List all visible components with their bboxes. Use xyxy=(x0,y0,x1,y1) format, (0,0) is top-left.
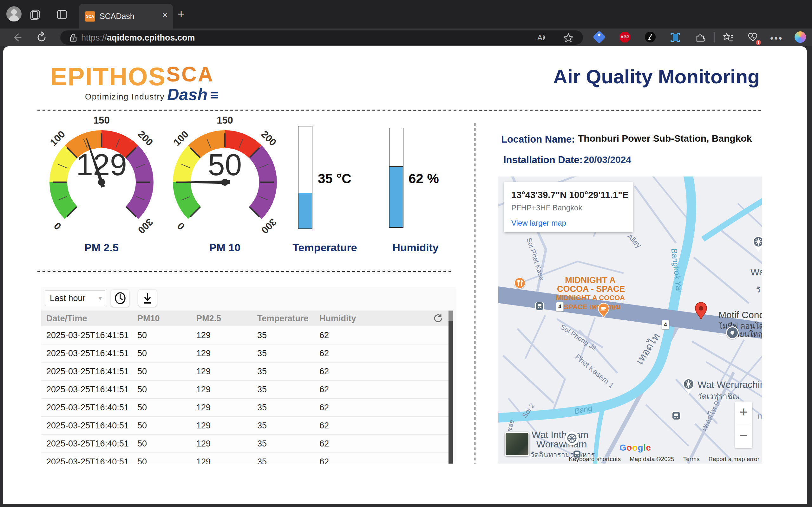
workspaces-icon[interactable] xyxy=(29,9,41,22)
table-cell: 2025-03-25T16:41:51 xyxy=(46,381,137,399)
tab-actions-icon[interactable] xyxy=(56,9,68,22)
map-info-card: 13°43'39.7"N 100°29'11.1"E PFHP+3HF Bang… xyxy=(504,182,633,232)
table-cell: 35 xyxy=(257,399,319,417)
table-cell: 129 xyxy=(196,399,257,417)
table-cell: 62 xyxy=(319,399,449,417)
browser-essentials-icon[interactable]: ! xyxy=(747,32,759,44)
label-pm25: PM 2.5 xyxy=(62,241,141,254)
scrollbar-cap xyxy=(449,311,453,321)
table-cell: 35 xyxy=(257,453,319,464)
close-tab-icon[interactable]: ✕ xyxy=(162,11,168,20)
back-icon[interactable] xyxy=(11,32,23,43)
zoom-out-icon[interactable]: − xyxy=(735,428,752,443)
restaurant-poi-icon[interactable] xyxy=(514,277,525,289)
scrollbar-thumb[interactable] xyxy=(449,321,453,464)
google-logo-letter: o xyxy=(626,443,632,452)
settings-ellipsis-icon[interactable]: ••• xyxy=(770,33,783,44)
table-cell: 129 xyxy=(196,326,257,344)
bus-station-icon-2[interactable] xyxy=(671,411,681,422)
table-cell: 35 xyxy=(257,326,319,344)
report-map-error-link[interactable]: Report a map error xyxy=(708,456,759,463)
table-cell: 50 xyxy=(137,417,196,435)
keyboard-shortcuts-link[interactable]: Keyboard shortcuts xyxy=(569,456,621,463)
new-tab-icon[interactable]: + xyxy=(177,7,185,21)
label-temperature: Temperature xyxy=(285,241,364,254)
top-divider xyxy=(38,110,761,111)
bus-station-icon[interactable] xyxy=(535,301,544,312)
collections-icon[interactable] xyxy=(722,32,734,44)
url-host: aqidemo.epithos.com xyxy=(107,33,195,43)
zoom-in-icon[interactable]: + xyxy=(735,404,752,420)
pen-extension-icon[interactable] xyxy=(645,32,656,43)
table-row: 2025-03-25T16:40:51501293562 xyxy=(41,399,449,417)
web-capture-icon[interactable] xyxy=(670,32,681,43)
clock-button[interactable] xyxy=(111,290,130,307)
refresh-icon[interactable] xyxy=(36,32,48,43)
epithos-logo: EPITHOS xyxy=(50,62,166,91)
table-cell: 50 xyxy=(137,399,196,417)
download-icon xyxy=(138,290,157,307)
table-cell: 2025-03-25T16:41:51 xyxy=(46,362,137,381)
table-scrollbar[interactable] xyxy=(449,311,453,464)
map-plus-code: PFHP+3HF Bangkok xyxy=(511,204,633,212)
table-row: 2025-03-25T16:40:51501293562 xyxy=(41,435,449,453)
time-range-select[interactable]: Last hour ▾ xyxy=(45,290,105,306)
table-cell: 2025-03-25T16:40:51 xyxy=(46,453,137,464)
table-cell: 129 xyxy=(196,344,257,362)
google-logo-letter: o xyxy=(632,443,638,452)
red-location-marker[interactable] xyxy=(694,302,708,322)
read-aloud-icon[interactable]: A xyxy=(536,32,547,45)
table-cell: 35 xyxy=(257,417,319,435)
map-label-cocoa-4: - SPACE เพชรเกษม xyxy=(556,301,624,313)
extensions-puzzle-icon[interactable] xyxy=(695,32,706,44)
table-cell: 129 xyxy=(196,453,257,464)
col-humidity: Humidity xyxy=(319,311,449,326)
table-refresh-icon[interactable] xyxy=(432,313,444,326)
map-label-intharam-2: Worawiharn xyxy=(537,439,587,450)
map-label-wat-thai-partial: วั xyxy=(756,284,760,296)
satellite-view-thumbnail[interactable] xyxy=(505,432,529,456)
person-icon xyxy=(6,6,21,21)
humidity-bar-fill xyxy=(390,166,403,227)
clock-icon xyxy=(111,290,130,307)
google-logo[interactable]: Google xyxy=(619,443,651,453)
svg-text:300: 300 xyxy=(136,216,155,236)
google-map[interactable]: MIDNIGHT A COCOA - SPACE MIDNIGHT A COCO… xyxy=(498,176,762,464)
map-label-cocoa-2: COCOA - SPACE xyxy=(557,284,623,294)
profile-avatar[interactable] xyxy=(6,6,21,21)
download-button[interactable] xyxy=(138,290,157,307)
tab-scadash[interactable]: SCA SCADash ✕ xyxy=(79,4,173,29)
table-cell: 50 xyxy=(137,326,196,344)
toolbar-divider xyxy=(714,32,715,43)
favorite-star-icon[interactable] xyxy=(563,32,574,45)
route-shield-4: 4 xyxy=(556,302,564,312)
table-row: 2025-03-25T16:41:51501293562 xyxy=(41,326,449,344)
copilot-icon[interactable] xyxy=(795,32,806,43)
temple-circle-intharam[interactable] xyxy=(565,431,579,445)
address-bar[interactable]: https://aqidemo.epithos.com A xyxy=(60,31,583,45)
svg-text:129: 129 xyxy=(76,148,127,181)
table-cell: 2025-03-25T16:40:51 xyxy=(46,417,137,435)
table-cell: 62 xyxy=(319,417,449,435)
cafe-poi-icon[interactable] xyxy=(597,302,610,320)
col-temperature: Temperature xyxy=(257,311,319,326)
shopping-tag-icon[interactable] xyxy=(595,32,606,44)
table-row: 2025-03-25T16:40:51501293562 xyxy=(41,417,449,435)
temple-pin-right-edge[interactable] xyxy=(751,235,762,254)
sca-dash-logo: Dash≡ xyxy=(167,85,218,104)
temple-pin-werurachin[interactable] xyxy=(681,378,696,396)
view-larger-map-link[interactable]: View larger map xyxy=(511,219,633,228)
temperature-value: 35 °C xyxy=(318,171,351,186)
time-range-value: Last hour xyxy=(50,293,86,303)
svg-text:100: 100 xyxy=(171,129,191,148)
col-pm25: PM2.5 xyxy=(196,311,257,326)
table-cell: 62 xyxy=(319,362,449,381)
svg-text:200: 200 xyxy=(136,129,155,148)
table-cell: 129 xyxy=(196,381,257,399)
station-circle-icon[interactable] xyxy=(726,326,739,339)
browser-window: SCA SCADash ✕ + https://aqidemo.epithos.… xyxy=(0,0,812,507)
map-coordinates: 13°43'39.7"N 100°29'11.1"E xyxy=(511,190,633,200)
map-zoom-control: + − xyxy=(735,401,752,448)
terms-link[interactable]: Terms xyxy=(683,456,700,463)
table-cell: 35 xyxy=(257,381,319,399)
